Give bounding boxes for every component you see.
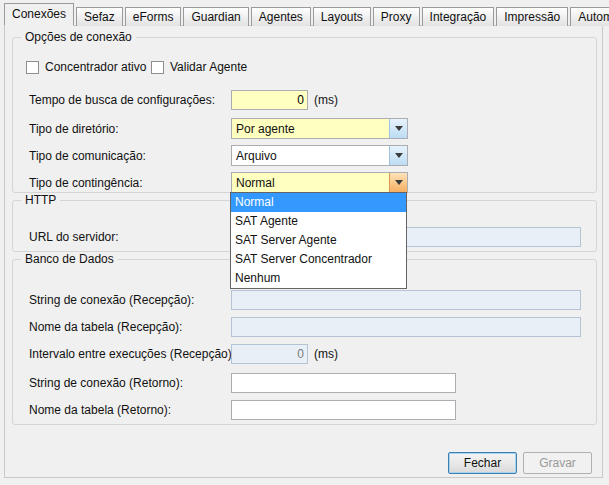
dropdown-option-normal[interactable]: Normal [231, 193, 406, 212]
chevron-down-icon [395, 126, 403, 131]
contingencia-dropdown-list: Normal SAT Agente SAT Server Agente SAT … [230, 192, 407, 289]
tipo-diretorio-label: Tipo de diretório: [29, 122, 231, 136]
checkbox-box-icon[interactable] [151, 61, 164, 74]
tabela-retorno-label: Nome da tabela (Retorno): [29, 403, 231, 417]
intervalo-recepcao-input [231, 344, 308, 364]
string-retorno-label: String de conexão (Retorno): [29, 376, 231, 390]
intervalo-recepcao-unit: (ms) [314, 347, 338, 361]
tab-integracao[interactable]: Integração [422, 7, 495, 26]
tab-layouts[interactable]: Layouts [313, 7, 371, 26]
tabela-retorno-input[interactable] [231, 400, 456, 420]
string-recepcao-input [231, 290, 581, 310]
intervalo-recepcao-label: Intervalo entre execuções (Recepção): [29, 347, 231, 361]
tempo-busca-unit: (ms) [314, 93, 338, 107]
checkbox-concentrador-ativo[interactable]: Concentrador ativo [26, 60, 146, 74]
dropdown-option-sat-agente[interactable]: SAT Agente [231, 212, 406, 231]
combo-arrow-button[interactable] [389, 119, 407, 138]
group-http-title: HTTP [21, 193, 60, 207]
string-recepcao-label: String de conexão (Recepção): [29, 293, 231, 307]
string-retorno-input[interactable] [231, 373, 456, 393]
tipo-comunicacao-combobox[interactable]: Arquivo [231, 145, 408, 166]
tipo-comunicacao-label: Tipo de comunicação: [29, 149, 231, 163]
group-opcoes-conexao: Opções de conexão Concentrador ativo Val… [12, 37, 597, 193]
tipo-contingencia-label: Tipo de contingência: [29, 176, 231, 190]
checkbox-concentrador-label: Concentrador ativo [45, 60, 146, 74]
tempo-busca-label: Tempo de busca de configurações: [29, 93, 231, 107]
tab-impressao[interactable]: Impressão [496, 7, 568, 26]
tab-conexoes[interactable]: Conexões [4, 3, 74, 26]
checkbox-validar-label: Validar Agente [170, 60, 247, 74]
tab-guardian[interactable]: Guardian [183, 7, 248, 26]
tipo-diretorio-combobox[interactable]: Por agente [231, 118, 408, 139]
tipo-diretorio-value: Por agente [232, 122, 389, 136]
tempo-busca-input[interactable] [231, 90, 308, 110]
url-servidor-label: URL do servidor: [29, 230, 231, 244]
tab-automatizacao[interactable]: Automatização [570, 7, 609, 26]
tipo-contingencia-combobox[interactable]: Normal [231, 172, 408, 193]
tab-eforms[interactable]: eForms [125, 7, 182, 26]
settings-dialog: Conexões Sefaz eForms Guardian Agentes L… [0, 0, 609, 485]
tipo-contingencia-value: Normal [232, 176, 389, 190]
chevron-down-icon [395, 180, 403, 185]
fechar-button[interactable]: Fechar [448, 452, 517, 474]
dropdown-option-sat-server-agente[interactable]: SAT Server Agente [231, 231, 406, 250]
chevron-down-icon [395, 153, 403, 158]
dropdown-option-sat-server-concentrador[interactable]: SAT Server Concentrador [231, 250, 406, 269]
tipo-comunicacao-value: Arquivo [232, 149, 389, 163]
gravar-button: Gravar [523, 452, 592, 474]
group-opcoes-conexao-title: Opções de conexão [21, 30, 136, 44]
checkbox-validar-agente[interactable]: Validar Agente [151, 60, 247, 74]
tab-proxy[interactable]: Proxy [373, 7, 420, 26]
tab-bar: Conexões Sefaz eForms Guardian Agentes L… [4, 5, 609, 26]
combo-arrow-button[interactable] [389, 146, 407, 165]
tabela-recepcao-input [231, 317, 581, 337]
tab-agentes[interactable]: Agentes [251, 7, 311, 26]
group-banco-title: Banco de Dados [21, 252, 118, 266]
tab-sefaz[interactable]: Sefaz [76, 7, 123, 26]
checkbox-box-icon[interactable] [26, 61, 39, 74]
dropdown-option-nenhum[interactable]: Nenhum [231, 269, 406, 288]
combo-arrow-button[interactable] [389, 173, 407, 192]
tabela-recepcao-label: Nome da tabela (Recepção): [29, 320, 231, 334]
